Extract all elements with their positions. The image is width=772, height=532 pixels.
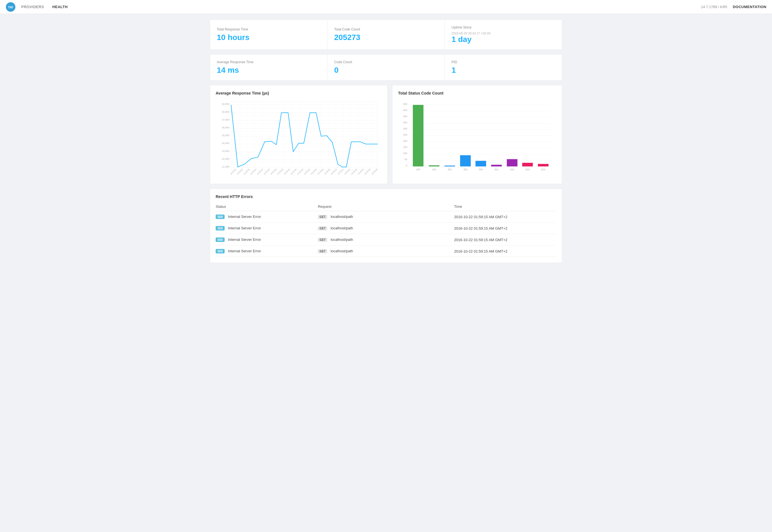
error-text: Internal Server Error — [228, 249, 261, 253]
svg-text:150: 150 — [403, 146, 407, 149]
col-status: Status — [216, 202, 318, 211]
traefik-logo: TRF — [6, 2, 16, 12]
bar-304 — [476, 161, 486, 166]
stat-avg-response-time: Average Response Time 14 ms — [210, 55, 328, 80]
cell-status: 500 Internal Server Error — [216, 223, 318, 234]
svg-text:14,000: 14,000 — [222, 142, 230, 145]
navbar: TRF PROVIDERS HEALTH 14.7.1789 / KIRI DO… — [0, 0, 772, 14]
stat-total-code-count: Total Code Count 205273 — [328, 20, 445, 50]
stat-code-count: Code Count 0 — [328, 55, 445, 80]
version-label: 14.7.1789 / KIRI — [701, 5, 727, 9]
nav-health[interactable]: HEALTH — [52, 5, 68, 9]
error-text: Internal Server Error — [228, 237, 261, 242]
line-chart-title: Average Response Time (µs) — [216, 91, 382, 95]
cell-time: 2016-10-22 01:59:15 AM GMT+2 — [454, 211, 556, 223]
error-text: Internal Server Error — [228, 215, 261, 219]
path-text: localhost/path — [331, 249, 353, 253]
status-badge: 500 — [216, 249, 225, 253]
stat-uptime-sub: 2018-05-20 20:42:17 +02:00 — [451, 32, 555, 35]
documentation-link[interactable]: DOCUMENTATION — [733, 5, 766, 9]
svg-text:11,000: 11,000 — [222, 165, 230, 168]
table-row: 500 Internal Server Error GET localhost/… — [216, 223, 556, 234]
bar-404 — [507, 159, 517, 166]
path-text: localhost/path — [331, 237, 353, 242]
stat-value-avg-response: 14 ms — [217, 66, 321, 75]
bar-302 — [460, 155, 471, 166]
svg-rect-11 — [231, 102, 378, 170]
bar-503 — [538, 164, 549, 166]
navbar-right: 14.7.1789 / KIRI DOCUMENTATION — [701, 5, 766, 9]
svg-text:400: 400 — [403, 115, 407, 118]
line-chart-card: Average Response Time (µs) 19,000 18,000… — [210, 85, 388, 184]
svg-text:13,000: 13,000 — [222, 150, 230, 152]
charts-row: Average Response Time (µs) 19,000 18,000… — [210, 85, 562, 184]
svg-text:404: 404 — [510, 168, 514, 171]
cell-request: GET localhost/path — [318, 234, 454, 246]
bar-206 — [429, 165, 439, 166]
svg-text:15,000: 15,000 — [222, 134, 230, 137]
svg-text:200: 200 — [416, 168, 420, 171]
svg-text:18,000: 18,000 — [222, 110, 230, 113]
svg-text:TRF: TRF — [8, 6, 13, 9]
main-content: Total Response Time 10 hours Total Code … — [204, 14, 568, 269]
line-chart-svg: 19,000 18,000 17,000 16,000 15,000 14,00… — [216, 100, 382, 178]
status-badge: 500 — [216, 226, 225, 230]
errors-card: Recent HTTP Errors Status Request Time 5… — [210, 189, 562, 263]
cell-request: GET localhost/path — [318, 246, 454, 257]
stat-label-total-response: Total Response Time — [217, 27, 321, 31]
svg-text:503: 503 — [541, 168, 545, 171]
stat-uptime: Uptime Since 2018-05-20 20:42:17 +02:00 … — [445, 20, 562, 50]
nav-providers[interactable]: PROVIDERS — [21, 5, 44, 9]
cell-time: 2016-10-22 01:59:15 AM GMT+2 — [454, 234, 556, 246]
status-badge: 500 — [216, 215, 225, 219]
line-chart-container: 19,000 18,000 17,000 16,000 15,000 14,00… — [216, 100, 382, 178]
svg-text:12,000: 12,000 — [222, 157, 230, 160]
svg-text:450: 450 — [403, 109, 407, 112]
bar-200 — [413, 105, 423, 166]
stat-total-response-time: Total Response Time 10 hours — [210, 20, 328, 50]
svg-text:401: 401 — [495, 168, 499, 171]
stat-label-avg-response: Average Response Time — [217, 60, 321, 64]
errors-table: Status Request Time 500 Internal Server … — [216, 202, 556, 257]
status-badge: 500 — [216, 237, 225, 242]
method-badge: GET — [318, 215, 327, 219]
svg-text:302: 302 — [463, 168, 468, 171]
svg-text:206: 206 — [432, 168, 436, 171]
path-text: localhost/path — [331, 226, 353, 230]
table-row: 500 Internal Server Error GET localhost/… — [216, 211, 556, 223]
stat-value-total-code: 205273 — [334, 33, 438, 42]
svg-text:200: 200 — [403, 140, 407, 142]
svg-text:500: 500 — [526, 168, 530, 171]
bar-500 — [522, 163, 533, 166]
method-badge: GET — [318, 226, 327, 230]
bar-chart-card: Total Status Code Count 500 450 400 350 … — [392, 85, 562, 184]
stats-panel-row1: Total Response Time 10 hours Total Code … — [210, 20, 562, 50]
stat-pid: PID 1 — [445, 55, 562, 80]
bar-chart-svg: 500 450 400 350 300 250 200 150 100 50 0 — [398, 100, 556, 178]
stat-value-uptime: 1 day — [451, 35, 555, 44]
svg-text:500: 500 — [403, 103, 407, 105]
svg-text:100: 100 — [403, 152, 407, 155]
bar-301 — [444, 166, 455, 166]
cell-request: GET localhost/path — [318, 211, 454, 223]
svg-text:250: 250 — [403, 133, 407, 136]
stat-label-total-code: Total Code Count — [334, 27, 438, 31]
cell-status: 500 Internal Server Error — [216, 246, 318, 257]
svg-text:350: 350 — [403, 121, 407, 124]
error-text: Internal Server Error — [228, 226, 261, 230]
cell-request: GET localhost/path — [318, 223, 454, 234]
svg-text:19,000: 19,000 — [222, 103, 230, 105]
errors-title: Recent HTTP Errors — [216, 194, 556, 199]
method-badge: GET — [318, 249, 327, 253]
cell-status: 500 Internal Server Error — [216, 234, 318, 246]
cell-time: 2016-10-22 01:59:15 AM GMT+2 — [454, 223, 556, 234]
cell-time: 2016-10-22 01:59:15 AM GMT+2 — [454, 246, 556, 257]
stat-label-pid: PID — [451, 60, 555, 64]
svg-text:50: 50 — [404, 158, 407, 161]
table-row: 500 Internal Server Error GET localhost/… — [216, 234, 556, 246]
path-text: localhost/path — [331, 215, 353, 219]
bar-chart-container: 500 450 400 350 300 250 200 150 100 50 0 — [398, 100, 556, 178]
svg-text:304: 304 — [479, 168, 483, 171]
bar-chart-title: Total Status Code Count — [398, 91, 556, 95]
stat-value-pid: 1 — [451, 66, 555, 75]
